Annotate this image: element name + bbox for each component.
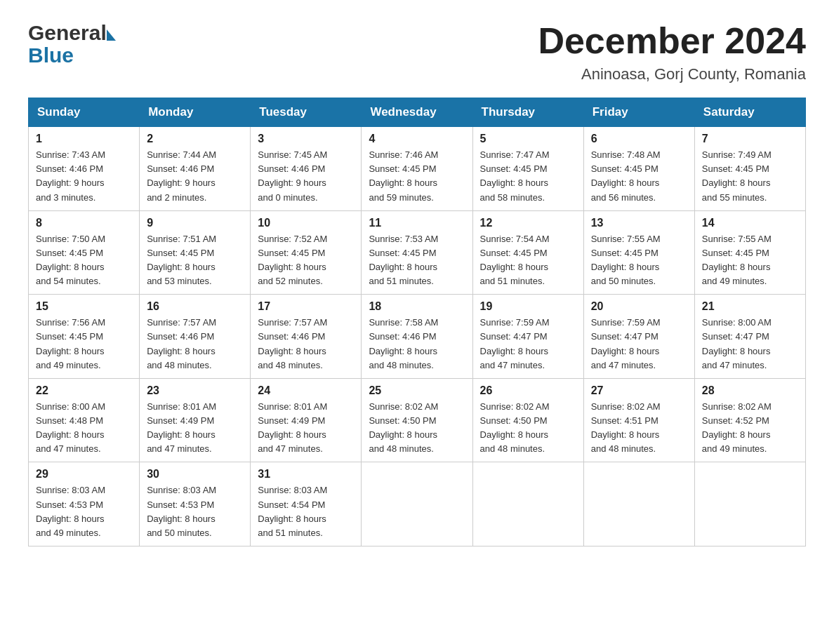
calendar-cell: 3Sunrise: 7:45 AMSunset: 4:46 PMDaylight…	[251, 127, 362, 211]
day-number: 13	[591, 217, 687, 229]
day-number: 8	[36, 217, 132, 229]
calendar-header-monday: Monday	[140, 98, 251, 127]
calendar-header-friday: Friday	[583, 98, 694, 127]
day-info: Sunrise: 7:57 AMSunset: 4:46 PMDaylight:…	[147, 316, 243, 373]
day-info: Sunrise: 7:48 AMSunset: 4:45 PMDaylight:…	[591, 148, 687, 205]
day-info: Sunrise: 7:56 AMSunset: 4:45 PMDaylight:…	[36, 316, 132, 373]
day-info: Sunrise: 8:03 AMSunset: 4:53 PMDaylight:…	[147, 483, 243, 540]
day-number: 1	[36, 133, 132, 145]
calendar-cell: 11Sunrise: 7:53 AMSunset: 4:45 PMDayligh…	[362, 210, 472, 295]
calendar-cell: 5Sunrise: 7:47 AMSunset: 4:45 PMDaylight…	[472, 127, 583, 211]
day-number: 9	[147, 217, 243, 229]
day-number: 26	[480, 384, 576, 397]
day-number: 22	[36, 384, 132, 397]
calendar-table: SundayMondayTuesdayWednesdayThursdayFrid…	[28, 98, 806, 546]
day-info: Sunrise: 7:44 AMSunset: 4:46 PMDaylight:…	[147, 148, 243, 205]
calendar-header-tuesday: Tuesday	[251, 98, 362, 127]
calendar-cell	[583, 462, 694, 546]
calendar-cell	[694, 462, 805, 546]
calendar-cell: 20Sunrise: 7:59 AMSunset: 4:47 PMDayligh…	[583, 295, 694, 379]
day-number: 2	[147, 133, 243, 145]
calendar-cell: 24Sunrise: 8:01 AMSunset: 4:49 PMDayligh…	[251, 378, 362, 462]
location-subtitle: Aninoasa, Gorj County, Romania	[538, 65, 806, 83]
day-number: 11	[369, 217, 465, 229]
day-number: 5	[480, 133, 576, 145]
calendar-cell: 13Sunrise: 7:55 AMSunset: 4:45 PMDayligh…	[583, 210, 694, 295]
calendar-cell: 17Sunrise: 7:57 AMSunset: 4:46 PMDayligh…	[251, 295, 362, 379]
day-number: 14	[702, 217, 798, 229]
day-number: 6	[591, 133, 687, 145]
day-number: 27	[591, 384, 687, 397]
day-info: Sunrise: 7:51 AMSunset: 4:45 PMDaylight:…	[147, 232, 243, 289]
calendar-week-row: 1Sunrise: 7:43 AMSunset: 4:46 PMDaylight…	[29, 127, 806, 211]
calendar-cell: 30Sunrise: 8:03 AMSunset: 4:53 PMDayligh…	[140, 462, 251, 546]
day-info: Sunrise: 7:47 AMSunset: 4:45 PMDaylight:…	[480, 148, 576, 205]
calendar-cell: 28Sunrise: 8:02 AMSunset: 4:52 PMDayligh…	[694, 378, 805, 462]
day-number: 29	[36, 468, 132, 481]
day-number: 21	[702, 300, 798, 313]
day-info: Sunrise: 7:52 AMSunset: 4:45 PMDaylight:…	[258, 232, 354, 289]
day-number: 24	[258, 384, 354, 397]
day-info: Sunrise: 8:03 AMSunset: 4:54 PMDaylight:…	[258, 483, 354, 540]
calendar-week-row: 22Sunrise: 8:00 AMSunset: 4:48 PMDayligh…	[29, 378, 806, 462]
day-number: 3	[258, 133, 354, 145]
day-number: 20	[591, 300, 687, 313]
calendar-cell: 1Sunrise: 7:43 AMSunset: 4:46 PMDaylight…	[29, 127, 140, 211]
day-number: 15	[36, 300, 132, 313]
calendar-cell: 9Sunrise: 7:51 AMSunset: 4:45 PMDaylight…	[140, 210, 251, 295]
day-number: 10	[258, 217, 354, 229]
day-info: Sunrise: 8:02 AMSunset: 4:52 PMDaylight:…	[702, 400, 798, 457]
calendar-header-row: SundayMondayTuesdayWednesdayThursdayFrid…	[29, 98, 806, 127]
day-info: Sunrise: 7:46 AMSunset: 4:45 PMDaylight:…	[369, 148, 465, 205]
day-number: 12	[480, 217, 576, 229]
calendar-cell: 26Sunrise: 8:02 AMSunset: 4:50 PMDayligh…	[472, 378, 583, 462]
day-info: Sunrise: 7:55 AMSunset: 4:45 PMDaylight:…	[591, 232, 687, 289]
calendar-cell: 10Sunrise: 7:52 AMSunset: 4:45 PMDayligh…	[251, 210, 362, 295]
calendar-week-row: 8Sunrise: 7:50 AMSunset: 4:45 PMDaylight…	[29, 210, 806, 295]
day-info: Sunrise: 7:59 AMSunset: 4:47 PMDaylight:…	[480, 316, 576, 373]
calendar-cell: 27Sunrise: 8:02 AMSunset: 4:51 PMDayligh…	[583, 378, 694, 462]
day-number: 16	[147, 300, 243, 313]
calendar-cell: 23Sunrise: 8:01 AMSunset: 4:49 PMDayligh…	[140, 378, 251, 462]
calendar-cell: 8Sunrise: 7:50 AMSunset: 4:45 PMDaylight…	[29, 210, 140, 295]
day-info: Sunrise: 8:03 AMSunset: 4:53 PMDaylight:…	[36, 483, 132, 540]
calendar-cell: 18Sunrise: 7:58 AMSunset: 4:46 PMDayligh…	[362, 295, 472, 379]
calendar-cell: 6Sunrise: 7:48 AMSunset: 4:45 PMDaylight…	[583, 127, 694, 211]
day-number: 4	[369, 133, 465, 145]
calendar-cell: 16Sunrise: 7:57 AMSunset: 4:46 PMDayligh…	[140, 295, 251, 379]
calendar-header-thursday: Thursday	[472, 98, 583, 127]
calendar-cell	[472, 462, 583, 546]
day-info: Sunrise: 7:54 AMSunset: 4:45 PMDaylight:…	[480, 232, 576, 289]
calendar-cell: 4Sunrise: 7:46 AMSunset: 4:45 PMDaylight…	[362, 127, 472, 211]
day-number: 30	[147, 468, 243, 481]
day-number: 25	[369, 384, 465, 397]
calendar-cell: 22Sunrise: 8:00 AMSunset: 4:48 PMDayligh…	[29, 378, 140, 462]
logo-triangle-icon	[107, 29, 116, 41]
day-info: Sunrise: 8:01 AMSunset: 4:49 PMDaylight:…	[258, 400, 354, 457]
calendar-cell: 19Sunrise: 7:59 AMSunset: 4:47 PMDayligh…	[472, 295, 583, 379]
calendar-cell: 31Sunrise: 8:03 AMSunset: 4:54 PMDayligh…	[251, 462, 362, 546]
calendar-cell	[362, 462, 472, 546]
day-info: Sunrise: 7:59 AMSunset: 4:47 PMDaylight:…	[591, 316, 687, 373]
logo-blue: Blue	[28, 43, 74, 67]
calendar-cell: 25Sunrise: 8:02 AMSunset: 4:50 PMDayligh…	[362, 378, 472, 462]
day-info: Sunrise: 7:58 AMSunset: 4:46 PMDaylight:…	[369, 316, 465, 373]
calendar-cell: 14Sunrise: 7:55 AMSunset: 4:45 PMDayligh…	[694, 210, 805, 295]
calendar-header-saturday: Saturday	[694, 98, 805, 127]
day-info: Sunrise: 7:55 AMSunset: 4:45 PMDaylight:…	[702, 232, 798, 289]
day-info: Sunrise: 8:00 AMSunset: 4:48 PMDaylight:…	[36, 400, 132, 457]
day-number: 31	[258, 468, 354, 481]
month-title: December 2024	[538, 21, 806, 61]
calendar-cell: 2Sunrise: 7:44 AMSunset: 4:46 PMDaylight…	[140, 127, 251, 211]
day-info: Sunrise: 7:57 AMSunset: 4:46 PMDaylight:…	[258, 316, 354, 373]
calendar-cell: 15Sunrise: 7:56 AMSunset: 4:45 PMDayligh…	[29, 295, 140, 379]
page-header: General Blue December 2024 Aninoasa, Gor…	[28, 21, 806, 83]
day-number: 7	[702, 133, 798, 145]
day-info: Sunrise: 8:02 AMSunset: 4:50 PMDaylight:…	[480, 400, 576, 457]
calendar-cell: 21Sunrise: 8:00 AMSunset: 4:47 PMDayligh…	[694, 295, 805, 379]
day-info: Sunrise: 8:00 AMSunset: 4:47 PMDaylight:…	[702, 316, 798, 373]
logo: General Blue	[28, 21, 116, 67]
calendar-header-wednesday: Wednesday	[362, 98, 472, 127]
day-number: 23	[147, 384, 243, 397]
title-section: December 2024 Aninoasa, Gorj County, Rom…	[538, 21, 806, 83]
